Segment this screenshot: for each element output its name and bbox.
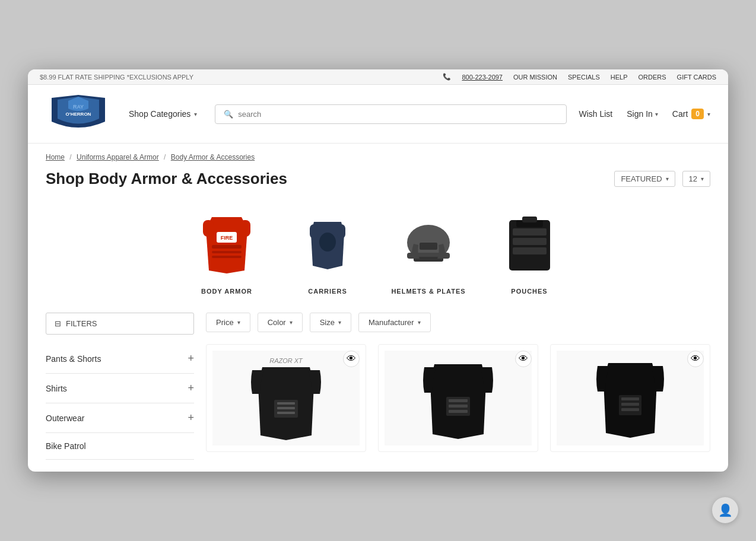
shop-categories-button[interactable]: Shop Categories ▾ [123,106,203,122]
breadcrumb-uniforms[interactable]: Uniforms Apparel & Armor [77,153,159,161]
svg-rect-7 [212,251,242,253]
sort-row: FEATURED ▾ 12 ▾ [614,171,710,187]
person-icon: 👤 [718,503,733,517]
gift-cards-link[interactable]: GIFT CARDS [677,74,716,81]
svg-rect-33 [621,403,639,406]
product-card-3[interactable]: 👁 [550,344,710,452]
quick-view-3[interactable]: 👁 [687,351,704,367]
svg-rect-32 [621,397,639,400]
sidebar-item-outerwear[interactable]: Outerwear + [46,403,194,433]
sidebar-item-label-shirts: Shirts [46,384,67,393]
size-filter[interactable]: Size ▾ [310,313,351,332]
product-armor-1: RAZOR XT [247,352,325,444]
filter-row: Price ▾ Color ▾ Size ▾ Manufacturer ▾ [206,313,710,332]
product-img-1: RAZOR XT [212,351,360,445]
svg-rect-15 [420,243,437,250]
sort-dropdown[interactable]: FEATURED ▾ [614,171,675,187]
quick-view-2[interactable]: 👁 [515,351,532,367]
category-img-helmets [393,209,464,281]
logo-area[interactable]: RAY O'HERRON [46,92,111,136]
our-mission-link[interactable]: OUR MISSION [513,74,557,81]
svg-text:RAZOR XT: RAZOR XT [269,357,303,364]
color-filter[interactable]: Color ▾ [258,313,303,332]
svg-text:O'HERRON: O'HERRON [66,112,91,117]
manufacturer-filter[interactable]: Manufacturer ▾ [358,313,431,332]
page-title-row: Shop Body Armor & Accessories FEATURED ▾… [28,166,728,198]
size-chevron: ▾ [338,319,341,326]
sort-label: FEATURED [621,174,662,183]
size-label: Size [320,318,335,327]
svg-rect-8 [212,256,242,258]
category-img-body-armor: FIRE [191,209,262,281]
category-grid: FIRE BODY ARMOR CARRIERS [28,198,728,313]
page-title: Shop Body Armor & Accessories [46,170,287,188]
svg-rect-30 [449,410,468,413]
sidebar-item-label-pants: Pants & Shorts [46,354,101,364]
sign-in-button[interactable]: Sign In ▾ [627,109,658,119]
filter-icon: ⊟ [55,319,61,328]
category-label-body-armor: BODY ARMOR [201,288,252,295]
price-filter[interactable]: Price ▾ [206,313,250,332]
sort-chevron: ▾ [666,176,669,182]
body-armor-icon: FIRE [200,214,253,276]
per-page-chevron: ▾ [701,176,704,182]
specials-link[interactable]: SPECIALS [568,74,600,81]
category-card-body-armor[interactable]: FIRE BODY ARMOR [188,209,265,295]
svg-rect-28 [449,399,468,402]
help-link[interactable]: HELP [611,74,628,81]
category-card-helmets[interactable]: HELMETS & PLATES [390,209,467,295]
per-page-value: 12 [689,174,697,183]
breadcrumb-sep2: / [164,153,166,161]
per-page-dropdown[interactable]: 12 ▾ [682,171,710,187]
svg-rect-6 [212,245,242,249]
svg-rect-24 [277,402,295,405]
category-img-carriers [292,209,363,281]
shop-categories-label: Shop Categories [129,109,190,119]
price-chevron: ▾ [237,319,240,326]
category-label-carriers: CARRIERS [308,288,347,295]
expand-icon-shirts: + [188,382,194,394]
product-card-1[interactable]: 👁 RAZOR XT [206,344,366,452]
breadcrumb-home[interactable]: Home [46,153,65,161]
filters-label: FILTERS [66,319,97,328]
category-label-helmets: HELMETS & PLATES [391,288,465,295]
cart-button[interactable]: Cart 0 ▾ [672,109,710,119]
product-area: Price ▾ Color ▾ Size ▾ Manufacturer ▾ [194,313,710,460]
wish-list-link[interactable]: Wish List [579,109,612,119]
sidebar-item-label-bike: Bike Patrol [46,441,86,451]
breadcrumb-current[interactable]: Body Armor & Accessories [171,153,255,161]
product-img-2 [385,351,532,445]
product-card-2[interactable]: 👁 [378,344,538,452]
content-area: ⊟ FILTERS Pants & Shorts + Shirts + Oute… [28,313,728,472]
chat-bubble[interactable]: 👤 [712,497,738,523]
svg-text:FIRE: FIRE [221,235,233,241]
filters-button[interactable]: ⊟ FILTERS [46,313,194,335]
search-input[interactable] [238,110,558,119]
breadcrumb: Home / Uniforms Apparel & Armor / Body A… [28,144,728,166]
category-label-pouches: POUCHES [511,288,547,295]
svg-rect-3 [240,220,250,237]
sidebar-item-label-outerwear: Outerwear [46,413,84,423]
orders-link[interactable]: ORDERS [639,74,666,81]
sidebar-item-shirts[interactable]: Shirts + [46,374,194,403]
sidebar-item-bike-patrol[interactable]: Bike Patrol [46,433,194,460]
svg-point-11 [319,233,336,252]
pouches-icon [504,215,555,275]
sidebar-item-pants-shorts[interactable]: Pants & Shorts + [46,344,194,374]
category-img-pouches [494,209,565,281]
product-armor-3 [592,352,669,444]
phone-link[interactable]: 800-223-2097 [462,74,503,81]
svg-rect-18 [513,238,547,245]
price-label: Price [216,318,234,327]
color-label: Color [268,318,286,327]
search-bar[interactable]: 🔍 [215,104,567,124]
svg-rect-34 [621,408,639,411]
sign-in-chevron: ▾ [655,111,658,117]
sidebar: ⊟ FILTERS Pants & Shorts + Shirts + Oute… [46,313,194,460]
quick-view-1[interactable]: 👁 [343,351,360,367]
category-card-carriers[interactable]: CARRIERS [289,209,366,295]
category-card-pouches[interactable]: POUCHES [491,209,568,295]
cart-label: Cart [672,109,688,119]
breadcrumb-sep1: / [69,153,71,161]
svg-rect-16 [509,220,550,270]
